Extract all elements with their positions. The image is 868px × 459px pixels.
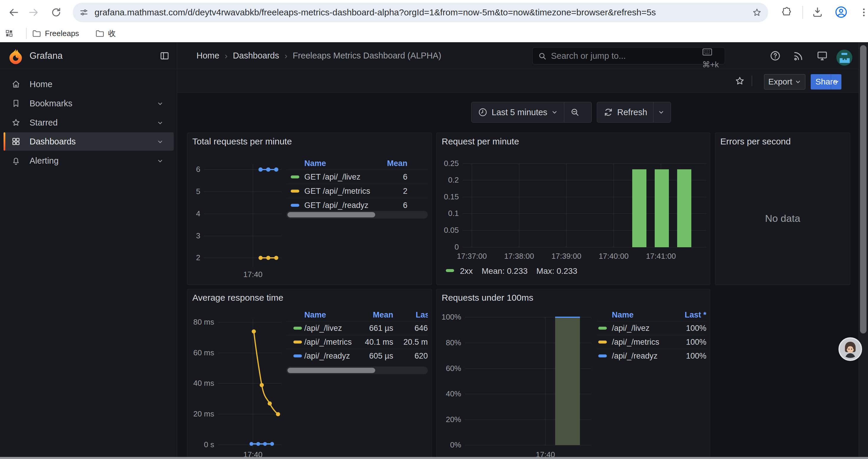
user-avatar[interactable] — [836, 49, 852, 66]
apps-grid-icon[interactable] — [5, 29, 13, 38]
share-button[interactable]: Share — [811, 74, 841, 90]
search-placeholder: Search or jump to... — [551, 47, 626, 64]
panel-errors-per-second[interactable]: Errors per second No data — [715, 133, 850, 285]
sidebar-item-home[interactable]: Home — [4, 75, 174, 93]
y-tick: 5 — [187, 187, 200, 196]
profile-icon[interactable] — [835, 6, 847, 18]
bookmarks-bar: Freeleaps 收藏博客 — [0, 25, 868, 42]
legend-row[interactable]: /api/_/readyz100% — [597, 349, 706, 363]
series-pill[interactable] — [446, 269, 454, 272]
legend-hscrollbar[interactable] — [286, 211, 428, 219]
y-tick: 20% — [437, 415, 461, 424]
help-icon[interactable] — [770, 50, 781, 61]
legend-row[interactable]: /api/_/metrics40.1 ms20.5 m — [286, 335, 428, 349]
x-tick: 17:37:00 — [451, 252, 493, 261]
y-tick: 6 — [187, 165, 200, 174]
window-bottom-edge — [0, 457, 868, 459]
search-input[interactable]: Search or jump to... ⌘+k — [532, 47, 725, 64]
site-settings-icon[interactable] — [79, 8, 89, 17]
chevron-down-icon — [833, 79, 839, 85]
legend-table: NameMeanLas/api/_/livez661 µs646/api/_/m… — [286, 308, 428, 375]
back-icon[interactable] — [8, 7, 19, 18]
breadcrumb-dashboards[interactable]: Dashboards — [233, 51, 279, 61]
panel-requests-under-100ms[interactable]: Requests under 100ms 100% 80% 60% 40% 20… — [436, 289, 710, 459]
floating-avatar[interactable] — [838, 337, 862, 361]
collapse-sidebar-icon[interactable] — [159, 51, 169, 61]
chevron-down-icon[interactable] — [157, 101, 163, 107]
scrollbar-thumb[interactable] — [287, 212, 375, 218]
breadcrumb-home[interactable]: Home — [196, 51, 219, 61]
legend-row[interactable]: GET /api/_/metrics2 — [286, 184, 428, 198]
page-scrollbar[interactable] — [859, 42, 868, 459]
active-indicator — [4, 132, 5, 151]
extensions-icon[interactable] — [781, 6, 793, 18]
legend-row[interactable]: /api/_/livez661 µs646 — [286, 321, 428, 335]
time-range-picker[interactable]: Last 5 minutes — [471, 102, 592, 123]
breadcrumb-separator: › — [219, 51, 233, 61]
chevron-down-icon[interactable] — [157, 139, 163, 145]
legend-item-2xx[interactable]: 2xx Mean: 0.233 Max: 0.233 — [446, 266, 577, 276]
chevron-down-icon[interactable] — [157, 158, 163, 164]
legend-row[interactable]: GET /api/_/readyz6 — [286, 198, 428, 212]
legend-row[interactable]: /api/_/metrics100% — [597, 335, 706, 349]
url-text[interactable]: grafana.mathmast.com/d/deytv4rwavabkb/fr… — [95, 3, 656, 22]
chevron-down-icon[interactable] — [157, 120, 163, 126]
refresh-picker[interactable]: Refresh — [597, 102, 671, 123]
series-value: 20.5 m — [286, 335, 428, 349]
panel-total-requests[interactable]: Total requests per minute 6 5 4 3 2 17:4… — [187, 133, 432, 285]
series-value: 6 — [286, 198, 407, 212]
sidebar-item-bookmarks[interactable]: Bookmarks — [4, 94, 174, 112]
legend-row[interactable]: /api/_/readyz605 µs620 — [286, 349, 428, 363]
panel-request-per-minute[interactable]: Request per minute 0.25 0.2 0.15 0.1 0.0… — [436, 133, 710, 285]
kiosk-monitor-icon[interactable] — [816, 50, 828, 61]
sidebar-item-dashboards[interactable]: Dashboards — [4, 132, 174, 151]
sidebar-item-label: Home — [30, 75, 52, 93]
news-rss-icon[interactable] — [793, 50, 804, 61]
export-button[interactable]: Export — [764, 74, 805, 90]
series-value: 100% — [597, 335, 706, 349]
share-menu-toggle[interactable] — [831, 74, 841, 90]
y-tick: 60% — [437, 364, 461, 373]
dashboards-grid-icon — [11, 137, 21, 146]
bell-icon — [11, 156, 21, 165]
scrollbar-thumb[interactable] — [287, 368, 375, 373]
main-header: Home › Dashboards › Freeleaps Metrics Da… — [177, 42, 859, 69]
group-divider — [564, 102, 564, 122]
legend-hscrollbar[interactable] — [286, 366, 428, 374]
legend-row[interactable]: GET /api/_/livez6 — [286, 169, 428, 184]
address-bar[interactable]: grafana.mathmast.com/d/deytv4rwavabkb/fr… — [73, 3, 768, 22]
x-tick: 17:38:00 — [498, 252, 540, 261]
favorite-star-icon[interactable] — [735, 76, 745, 86]
panel-average-response-time[interactable]: Average response time 80 ms 60 ms 40 ms … — [187, 289, 432, 459]
column-header[interactable]: Mean — [286, 310, 393, 320]
browser-menu-icon[interactable] — [859, 7, 868, 18]
legend-row[interactable]: /api/_/livez100% — [597, 321, 706, 335]
download-icon[interactable] — [812, 6, 823, 18]
y-tick: 4 — [187, 209, 200, 218]
actions-divider — [752, 76, 752, 86]
brand-name[interactable]: Grafana — [30, 42, 63, 69]
panel-title[interactable]: Errors per second — [720, 136, 790, 146]
breadcrumb-current: Freeleaps Metrics Dashboard (ALPHA) — [293, 51, 441, 61]
zoom-out-icon[interactable] — [570, 107, 580, 117]
grafana-logo[interactable] — [8, 47, 24, 65]
bookmark-star-icon[interactable] — [752, 8, 762, 17]
reload-icon[interactable] — [51, 7, 61, 18]
chevron-down-icon — [658, 109, 664, 115]
sidebar-item-alerting[interactable]: Alerting — [4, 152, 174, 170]
y-tick: 2 — [187, 253, 200, 262]
column-header[interactable]: Mean — [286, 159, 407, 168]
y-tick: 40 ms — [187, 379, 214, 388]
scrollbar-thumb[interactable] — [860, 45, 867, 333]
sidebar-item-starred[interactable]: Starred — [4, 113, 174, 132]
column-header[interactable]: Last * — [597, 310, 706, 320]
y-tick: 3 — [187, 231, 200, 240]
time-range-label: Last 5 minutes — [492, 107, 548, 117]
legend-header: NameLast * — [597, 308, 706, 321]
bookmark-label[interactable]: Freeleaps — [45, 25, 79, 42]
y-tick: 100% — [437, 313, 461, 322]
forward-icon[interactable] — [28, 7, 39, 18]
column-header[interactable]: Las — [416, 310, 428, 320]
y-tick: 0.25 — [437, 159, 459, 168]
sidebar-header: Grafana — [0, 42, 177, 69]
